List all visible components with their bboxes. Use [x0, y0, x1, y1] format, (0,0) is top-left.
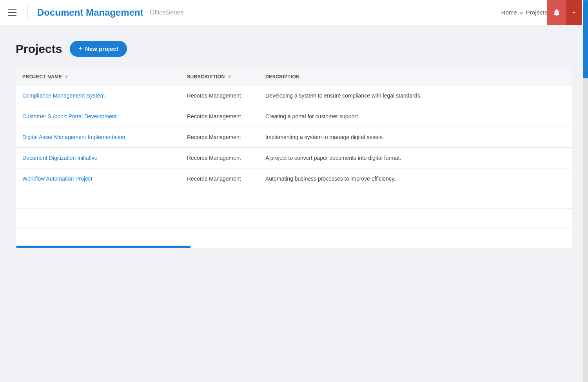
cell-project-name: Compliance Management System: [16, 85, 181, 106]
new-project-button[interactable]: + New project: [70, 41, 127, 57]
cell-empty: [16, 228, 181, 248]
header-divider: [27, 5, 28, 20]
plus-icon: +: [78, 45, 83, 53]
table-row: Document Digitization InitiativeRecords …: [16, 148, 572, 168]
breadcrumb-current: Projects: [526, 9, 547, 16]
table-row: Compliance Management SystemRecords Mana…: [16, 85, 572, 106]
bell-button[interactable]: [547, 0, 566, 25]
horizontal-scrollbar-thumb[interactable]: [16, 246, 191, 248]
cell-empty: [259, 228, 572, 248]
project-link[interactable]: Document Digitization Initiative: [22, 155, 97, 161]
cell-subscription: Records Management: [181, 148, 259, 168]
cell-empty: [259, 189, 572, 209]
scrollbar-thumb: [583, 0, 588, 78]
header-dropdown-button[interactable]: [566, 0, 582, 25]
main-content: Projects + New project PROJECT NAME ▿: [0, 25, 588, 264]
new-project-label: New project: [85, 45, 118, 52]
cell-subscription: Records Management: [181, 127, 259, 148]
project-link[interactable]: Workflow Automation Project: [22, 176, 93, 182]
cell-description: Implementing a system to manage digital …: [259, 127, 572, 148]
table-row: Workflow Automation ProjectRecords Manag…: [16, 168, 572, 189]
cell-subscription: Records Management: [181, 106, 259, 127]
table-header-row: PROJECT NAME ▿ SUBSCRIPTION ▿ DESCRIPTIO…: [16, 68, 572, 85]
filter-icon-subscription[interactable]: ▿: [228, 74, 231, 80]
cell-subscription: Records Management: [181, 168, 259, 189]
table-row: Digital Asset Management ImplementationR…: [16, 127, 572, 148]
app-title: Document Management: [37, 7, 143, 18]
app-subtitle: OfficeSeries: [150, 9, 184, 16]
cell-description: Creating a portal for customer support.: [259, 106, 572, 127]
table-row-empty: [16, 209, 572, 228]
cell-empty: [181, 228, 259, 248]
cell-empty: [16, 189, 181, 209]
cell-empty: [181, 209, 259, 228]
table-row-empty: [16, 189, 572, 209]
project-link[interactable]: Compliance Management System: [22, 92, 105, 99]
project-link[interactable]: Customer Support Portal Development: [22, 113, 116, 119]
cell-description: A project to convert paper documents int…: [259, 148, 572, 168]
cell-project-name: Digital Asset Management Implementation: [16, 127, 181, 148]
cell-project-name: Document Digitization Initiative: [16, 148, 181, 168]
header-right: [547, 0, 582, 25]
page-title: Projects: [16, 42, 62, 56]
col-header-project-name: PROJECT NAME ▿: [16, 68, 181, 85]
cell-description: Automating business processes to improve…: [259, 168, 572, 189]
col-header-subscription: SUBSCRIPTION ▿: [181, 68, 259, 85]
project-link[interactable]: Digital Asset Management Implementation: [22, 134, 125, 140]
header: Document Management OfficeSeries Home » …: [0, 0, 588, 25]
hamburger-menu-icon[interactable]: [6, 8, 18, 17]
projects-table: PROJECT NAME ▿ SUBSCRIPTION ▿ DESCRIPTIO…: [16, 68, 572, 248]
cell-empty: [16, 209, 181, 228]
cell-empty: [259, 209, 572, 228]
projects-table-container: PROJECT NAME ▿ SUBSCRIPTION ▿ DESCRIPTIO…: [16, 68, 572, 248]
cell-empty: [181, 189, 259, 209]
vertical-scrollbar[interactable]: [583, 0, 588, 382]
breadcrumb-nav: Home » Projects: [501, 9, 547, 16]
chevron-down-icon: [571, 9, 577, 16]
page-header: Projects + New project: [16, 41, 572, 57]
table-row: Customer Support Portal DevelopmentRecor…: [16, 106, 572, 127]
header-left: Document Management OfficeSeries: [6, 5, 501, 20]
cell-subscription: Records Management: [181, 85, 259, 106]
col-header-description: DESCRIPTION: [259, 68, 572, 85]
filter-icon-project-name[interactable]: ▿: [65, 74, 68, 80]
bell-icon: [552, 8, 561, 17]
breadcrumb-home[interactable]: Home: [501, 9, 517, 16]
cell-project-name: Customer Support Portal Development: [16, 106, 181, 127]
breadcrumb-separator: »: [520, 9, 523, 15]
cell-description: Developing a system to ensure compliance…: [259, 85, 572, 106]
cell-project-name: Workflow Automation Project: [16, 168, 181, 189]
table-row-empty: [16, 228, 572, 248]
